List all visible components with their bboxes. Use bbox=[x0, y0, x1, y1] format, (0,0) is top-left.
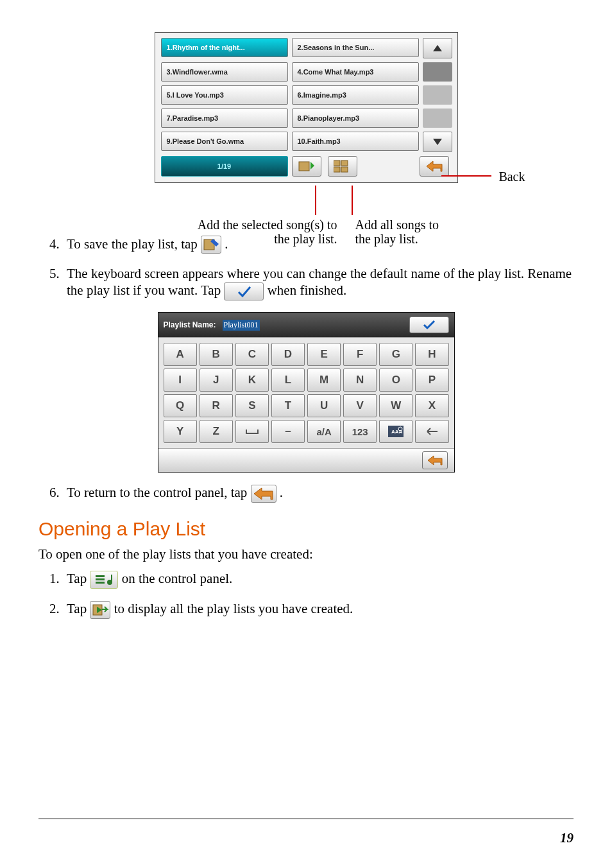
confirm-icon[interactable] bbox=[224, 282, 264, 300]
song-item-6[interactable]: 6.Imagine.mp3 bbox=[292, 85, 419, 105]
key-d[interactable]: D bbox=[271, 343, 305, 366]
step-6-text-a: To return to the control panel, tap bbox=[67, 485, 251, 500]
page-counter: 1/19 bbox=[161, 156, 288, 177]
callout-line-add-selected bbox=[315, 186, 316, 215]
show-playlists-icon[interactable] bbox=[90, 601, 110, 619]
scrollbar-thumb[interactable] bbox=[423, 62, 452, 82]
key-j[interactable]: J bbox=[200, 369, 233, 392]
key-a[interactable]: A bbox=[164, 343, 197, 366]
svg-rect-4 bbox=[341, 161, 348, 166]
svg-rect-2 bbox=[299, 162, 309, 171]
song-item-3[interactable]: 3.Windflower.wma bbox=[161, 62, 288, 82]
key-handwriting[interactable]: AAA bbox=[379, 420, 412, 443]
svg-rect-3 bbox=[334, 161, 340, 166]
key-i[interactable]: I bbox=[164, 369, 197, 392]
svg-marker-1 bbox=[433, 139, 442, 145]
key-r[interactable]: R bbox=[200, 394, 233, 417]
key-c[interactable]: C bbox=[235, 343, 269, 366]
song-item-10[interactable]: 10.Faith.mp3 bbox=[292, 132, 419, 151]
key-m[interactable]: M bbox=[307, 369, 341, 392]
key-e[interactable]: E bbox=[307, 343, 341, 366]
song-item-8[interactable]: 8.Pianoplayer.mp3 bbox=[292, 108, 419, 128]
key-123[interactable]: 123 bbox=[343, 420, 377, 443]
key-z[interactable]: Z bbox=[200, 420, 233, 443]
key-s[interactable]: S bbox=[235, 394, 269, 417]
key-q[interactable]: Q bbox=[164, 394, 197, 417]
scrollbar-track[interactable] bbox=[423, 85, 452, 105]
svg-rect-11 bbox=[96, 575, 105, 577]
song-picker-window: 1.Rhythm of the night... 2.Seasons in th… bbox=[155, 32, 458, 183]
key-l[interactable]: L bbox=[271, 369, 305, 392]
add-selected-button[interactable] bbox=[292, 156, 321, 177]
open-step-2-text-b: to display all the play lists you have c… bbox=[114, 601, 353, 616]
open-step-2: Tap to display all the play lists you ha… bbox=[63, 600, 574, 619]
key-u[interactable]: U bbox=[307, 394, 341, 417]
step-4-text-a: To save the play list, tap bbox=[67, 236, 201, 252]
playlist-name-label: Playlist Name: bbox=[164, 320, 216, 329]
key-n[interactable]: N bbox=[343, 369, 377, 392]
song-item-2[interactable]: 2.Seasons in the Sun... bbox=[292, 38, 419, 57]
scroll-down-button[interactable] bbox=[423, 132, 452, 152]
svg-rect-5 bbox=[334, 167, 340, 172]
section-heading-opening-playlist: Opening a Play List bbox=[38, 518, 574, 540]
song-item-5[interactable]: 5.I Love You.mp3 bbox=[161, 85, 288, 105]
open-step-1: Tap on the control panel. bbox=[63, 570, 574, 589]
key-t[interactable]: T bbox=[271, 394, 305, 417]
svg-rect-15 bbox=[111, 575, 112, 582]
callout-caption-add-all: Add all songs to the play list. bbox=[355, 218, 457, 246]
open-step-2-text-a: Tap bbox=[67, 601, 90, 616]
key-w[interactable]: W bbox=[379, 394, 412, 417]
key-x[interactable]: X bbox=[415, 394, 448, 417]
step-5-text-b: when finished. bbox=[268, 282, 347, 298]
key-f[interactable]: F bbox=[343, 343, 377, 366]
open-step-1-text-a: Tap bbox=[67, 571, 90, 586]
key-space[interactable] bbox=[235, 420, 269, 443]
callout-line-add-all bbox=[352, 186, 353, 215]
key-backspace[interactable] bbox=[415, 420, 448, 443]
callout-label-back: Back bbox=[498, 169, 525, 184]
song-item-9[interactable]: 9.Please Don't Go.wma bbox=[161, 132, 288, 151]
song-item-1[interactable]: 1.Rhythm of the night... bbox=[161, 38, 288, 57]
key-dash[interactable]: – bbox=[271, 420, 305, 443]
key-b[interactable]: B bbox=[200, 343, 233, 366]
svg-rect-12 bbox=[96, 578, 105, 580]
scrollbar-track[interactable] bbox=[423, 108, 452, 128]
key-y[interactable]: Y bbox=[164, 420, 197, 443]
playlist-menu-icon[interactable] bbox=[90, 571, 118, 589]
back-arrow-icon[interactable] bbox=[251, 485, 276, 503]
step-6-text-b: . bbox=[280, 485, 283, 500]
svg-text:AAA: AAA bbox=[391, 429, 403, 435]
callout-line-back bbox=[441, 175, 491, 177]
key-g[interactable]: G bbox=[379, 343, 412, 366]
step-6: To return to the control panel, tap . bbox=[63, 484, 574, 503]
svg-marker-0 bbox=[433, 45, 442, 51]
key-k[interactable]: K bbox=[235, 369, 269, 392]
svg-rect-6 bbox=[341, 167, 348, 172]
song-item-4[interactable]: 4.Come What May.mp3 bbox=[292, 62, 419, 82]
keyboard-confirm-button[interactable] bbox=[409, 317, 449, 333]
key-h[interactable]: H bbox=[415, 343, 448, 366]
open-step-1-text-b: on the control panel. bbox=[122, 571, 233, 586]
open-intro-text: To open one of the play lists that you h… bbox=[38, 546, 574, 562]
step-5: The keyboard screen appears where you ca… bbox=[63, 265, 574, 300]
svg-rect-13 bbox=[96, 582, 105, 584]
key-case[interactable]: a/A bbox=[307, 420, 341, 443]
song-item-7[interactable]: 7.Paradise.mp3 bbox=[161, 108, 288, 128]
back-button[interactable] bbox=[420, 156, 449, 177]
add-all-button[interactable] bbox=[328, 156, 357, 177]
key-p[interactable]: P bbox=[415, 369, 448, 392]
playlist-name-value[interactable]: Playlist001 bbox=[223, 320, 260, 331]
key-v[interactable]: V bbox=[343, 394, 377, 417]
save-playlist-icon[interactable] bbox=[201, 236, 221, 254]
key-o[interactable]: O bbox=[379, 369, 412, 392]
keyboard-back-button[interactable] bbox=[422, 451, 448, 469]
scroll-up-button[interactable] bbox=[423, 38, 452, 58]
keyboard-window: Playlist Name: Playlist001 A B C D E F G… bbox=[158, 312, 455, 473]
